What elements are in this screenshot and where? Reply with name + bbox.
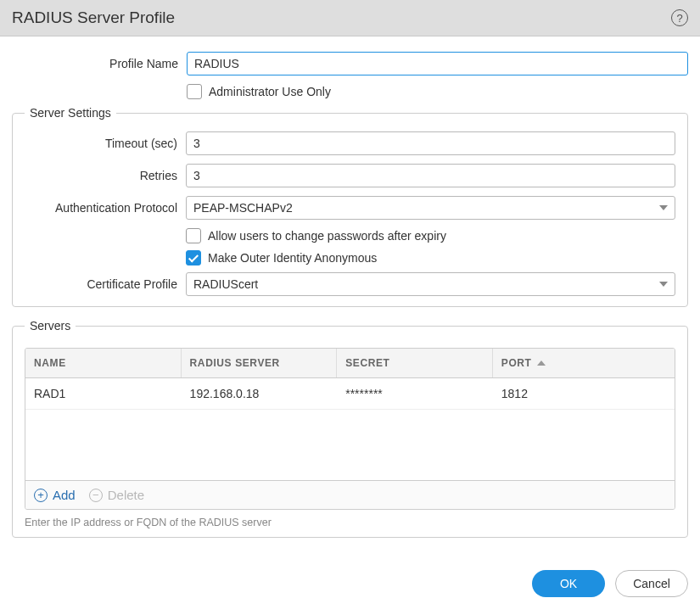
cell-server: 192.168.0.18 <box>182 378 338 409</box>
servers-hint: Enter the IP address or FQDN of the RADI… <box>25 517 675 528</box>
servers-fieldset: Servers NAME RADIUS SERVER SECRET PORT R… <box>12 319 688 538</box>
minus-icon: − <box>89 489 103 502</box>
server-settings-legend: Server Settings <box>25 106 116 120</box>
table-row[interactable]: RAD1 192.168.0.18 ******** 1812 <box>25 378 675 410</box>
chevron-down-icon <box>659 282 668 287</box>
col-header-port[interactable]: PORT <box>493 349 675 377</box>
plus-icon: + <box>34 489 48 502</box>
sort-asc-icon <box>537 360 546 366</box>
auth-protocol-value: PEAP-MSCHAPv2 <box>193 201 293 215</box>
delete-button: − Delete <box>89 488 144 502</box>
servers-legend: Servers <box>25 319 76 333</box>
retries-label: Retries <box>25 169 186 182</box>
allow-pw-change-checkbox[interactable] <box>186 228 201 243</box>
cert-profile-select[interactable]: RADIUScert <box>186 272 675 296</box>
table-footer: + Add − Delete <box>25 480 675 509</box>
allow-pw-change-label: Allow users to change passwords after ex… <box>208 229 446 243</box>
server-settings-fieldset: Server Settings Timeout (sec) Retries Au… <box>12 106 688 307</box>
cell-name: RAD1 <box>25 378 182 409</box>
cert-profile-label: Certificate Profile <box>25 277 186 291</box>
auth-protocol-label: Authentication Protocol <box>25 201 186 215</box>
anon-outer-label: Make Outer Identity Anonymous <box>208 251 377 265</box>
cell-port: 1812 <box>493 378 675 409</box>
servers-table: NAME RADIUS SERVER SECRET PORT RAD1 192.… <box>25 348 675 510</box>
help-icon[interactable]: ? <box>671 9 688 26</box>
cert-profile-value: RADIUScert <box>193 277 258 291</box>
admin-only-checkbox[interactable] <box>187 84 202 99</box>
timeout-label: Timeout (sec) <box>25 137 186 150</box>
ok-button[interactable]: OK <box>532 570 605 597</box>
profile-name-input[interactable] <box>187 52 688 75</box>
retries-input[interactable] <box>186 164 675 187</box>
dialog-title: RADIUS Server Profile <box>12 8 175 27</box>
dialog-footer: OK Cancel <box>0 555 700 598</box>
table-body: RAD1 192.168.0.18 ******** 1812 <box>25 378 675 480</box>
col-header-name[interactable]: NAME <box>25 349 182 377</box>
add-button[interactable]: + Add <box>34 488 76 502</box>
cell-secret: ******** <box>337 378 493 409</box>
col-header-secret[interactable]: SECRET <box>337 349 493 377</box>
auth-protocol-select[interactable]: PEAP-MSCHAPv2 <box>186 196 675 220</box>
title-bar: RADIUS Server Profile ? <box>0 0 700 36</box>
table-header: NAME RADIUS SERVER SECRET PORT <box>25 349 675 378</box>
admin-only-label: Administrator Use Only <box>209 85 331 98</box>
form-body: Profile Name Administrator Use Only Serv… <box>0 36 700 555</box>
col-header-server[interactable]: RADIUS SERVER <box>182 349 338 377</box>
timeout-input[interactable] <box>186 131 675 155</box>
profile-name-label: Profile Name <box>12 57 187 70</box>
chevron-down-icon <box>659 205 668 210</box>
anon-outer-checkbox[interactable] <box>186 250 201 265</box>
cancel-button[interactable]: Cancel <box>615 570 688 597</box>
